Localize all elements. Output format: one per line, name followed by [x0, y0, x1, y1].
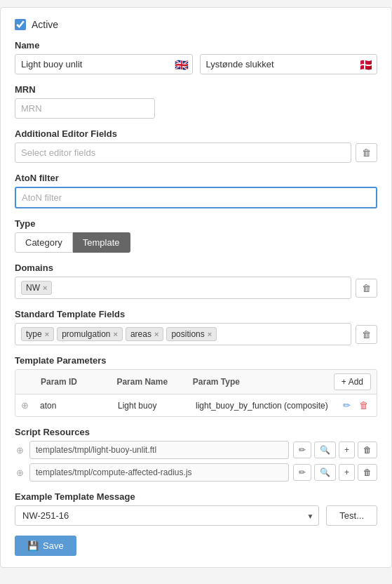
test-button[interactable]: Test...: [326, 505, 377, 526]
param-type-cell: light_buoy_by_function (composite): [190, 401, 334, 411]
example-select[interactable]: NW-251-16: [15, 505, 319, 526]
script-edit-1[interactable]: ✏: [293, 464, 311, 481]
example-template-group: Example Template Message NW-251-16 ▼ Tes…: [15, 491, 377, 526]
ph-param-type: Param Type: [187, 377, 328, 387]
tag-promulgation-remove[interactable]: ×: [114, 330, 118, 338]
standard-fields-tags-box[interactable]: type × promulgation × areas × positions …: [15, 323, 351, 345]
tag-positions: positions ×: [166, 327, 217, 341]
tag-positions-remove[interactable]: ×: [208, 330, 212, 338]
script-actions-0: ✏ 🔍 + 🗑: [293, 442, 377, 458]
type-btn-category[interactable]: Category: [15, 232, 73, 253]
standard-fields-row: type × promulgation × areas × positions …: [15, 323, 377, 345]
trash-icon-domains: 🗑: [362, 283, 371, 293]
template-params-label: Template Parameters: [15, 355, 377, 366]
type-label: Type: [15, 218, 377, 229]
domains-tags-box[interactable]: NW ×: [15, 277, 351, 299]
domains-trash[interactable]: 🗑: [356, 279, 377, 298]
script-add-1[interactable]: +: [339, 464, 355, 481]
save-button[interactable]: 💾 Save: [15, 536, 76, 556]
tag-promulgation: promulgation ×: [57, 327, 123, 341]
delete-param-button[interactable]: 🗑: [356, 399, 371, 412]
standard-fields-label: Standard Template Fields: [15, 309, 377, 319]
script-edit-0[interactable]: ✏: [293, 442, 311, 458]
active-checkbox[interactable]: [15, 19, 26, 30]
add-label: Add: [349, 377, 363, 387]
additional-editor-group: Additional Editor Fields 🗑: [15, 128, 377, 163]
ph-add-wrap: + Add: [328, 373, 377, 390]
aton-filter-group: AtoN filter: [15, 173, 377, 208]
param-id-cell: aton: [34, 401, 112, 411]
mrn-group: MRN: [15, 84, 377, 119]
additional-editor-row: 🗑: [15, 142, 377, 163]
tag-type: type ×: [21, 327, 54, 341]
script-resources-group: Script Resources ⊕ templates/tmpl/light-…: [15, 427, 377, 482]
plus-icon: +: [342, 377, 346, 387]
save-icon: 💾: [27, 540, 39, 551]
script-row-0: ⊕ templates/tmpl/light-buoy-unlit.ftl ✏ …: [15, 441, 377, 459]
active-row: Active: [15, 19, 377, 30]
additional-editor-trash[interactable]: 🗑: [356, 143, 377, 162]
tag-positions-label: positions: [171, 329, 204, 339]
trash-icon-std: 🗑: [362, 329, 371, 340]
script-row-1: ⊕ templates/tmpl/compute-affected-radius…: [15, 463, 377, 482]
name-group: Name 🇬🇧 🇩🇰: [15, 40, 377, 74]
domain-tag-nw-label: NW: [26, 283, 40, 293]
trash-icon: 🗑: [362, 147, 371, 158]
name-row: 🇬🇧 🇩🇰: [15, 54, 377, 74]
name-label: Name: [15, 40, 377, 51]
aton-filter-label: AtoN filter: [15, 173, 377, 183]
domain-tag-nw: NW ×: [21, 281, 52, 295]
mrn-input[interactable]: [15, 98, 155, 119]
type-group: Type Category Template: [15, 218, 377, 253]
additional-editor-input[interactable]: [15, 142, 351, 163]
script-search-1[interactable]: 🔍: [314, 464, 336, 481]
save-row: 💾 Save: [15, 536, 377, 556]
save-label: Save: [43, 540, 64, 551]
tag-promulgation-label: promulgation: [62, 329, 110, 339]
additional-editor-label: Additional Editor Fields: [15, 128, 377, 139]
script-path-1: templates/tmpl/compute-affected-radius.j…: [29, 463, 289, 482]
tag-type-label: type: [26, 329, 42, 339]
aton-filter-input[interactable]: [15, 187, 377, 208]
drag-handle[interactable]: ⊕: [15, 400, 34, 411]
name-dk-input[interactable]: [200, 54, 378, 74]
ph-param-id: Param ID: [35, 377, 111, 387]
template-params-group: Template Parameters Param ID Param Name …: [15, 355, 377, 417]
tag-areas-label: areas: [130, 329, 151, 339]
standard-fields-group: Standard Template Fields type × promulga…: [15, 309, 377, 345]
template-params-table: Param ID Param Name Param Type + Add ⊕ a…: [15, 369, 377, 417]
tag-areas: areas ×: [126, 327, 163, 341]
example-row: NW-251-16 ▼ Test...: [15, 505, 377, 526]
script-path-0: templates/tmpl/light-buoy-unlit.ftl: [29, 441, 289, 459]
type-btn-template[interactable]: Template: [73, 232, 130, 253]
tag-type-remove[interactable]: ×: [45, 330, 49, 338]
name-dk-wrap: 🇩🇰: [200, 54, 378, 74]
ph-param-name: Param Name: [111, 377, 187, 387]
script-search-0[interactable]: 🔍: [314, 442, 336, 458]
script-trash-1[interactable]: 🗑: [358, 464, 377, 481]
script-drag-0[interactable]: ⊕: [15, 445, 25, 456]
script-add-0[interactable]: +: [339, 442, 355, 458]
domain-tag-nw-remove[interactable]: ×: [43, 284, 47, 292]
add-param-button[interactable]: + Add: [334, 373, 371, 390]
domains-row: NW × 🗑: [15, 277, 377, 299]
flag-en: 🇬🇧: [175, 58, 189, 71]
example-template-label: Example Template Message: [15, 491, 377, 502]
script-drag-1[interactable]: ⊕: [15, 467, 25, 478]
script-resources-label: Script Resources: [15, 427, 377, 437]
flag-dk: 🇩🇰: [359, 58, 373, 71]
example-select-wrap: NW-251-16 ▼: [15, 505, 319, 526]
edit-param-button[interactable]: ✏: [340, 399, 353, 412]
script-actions-1: ✏ 🔍 + 🗑: [293, 464, 377, 481]
standard-fields-trash[interactable]: 🗑: [356, 325, 377, 344]
param-actions: ✏ 🗑: [334, 399, 377, 412]
domains-label: Domains: [15, 263, 377, 273]
name-en-input[interactable]: [15, 54, 193, 74]
table-row: ⊕ aton Light buoy light_buoy_by_function…: [15, 394, 377, 416]
tag-areas-remove[interactable]: ×: [154, 330, 158, 338]
script-trash-0[interactable]: 🗑: [358, 442, 377, 458]
domains-group: Domains NW × 🗑: [15, 263, 377, 299]
active-label: Active: [32, 19, 58, 30]
name-en-wrap: 🇬🇧: [15, 54, 193, 74]
param-name-cell: Light buoy: [112, 401, 190, 411]
